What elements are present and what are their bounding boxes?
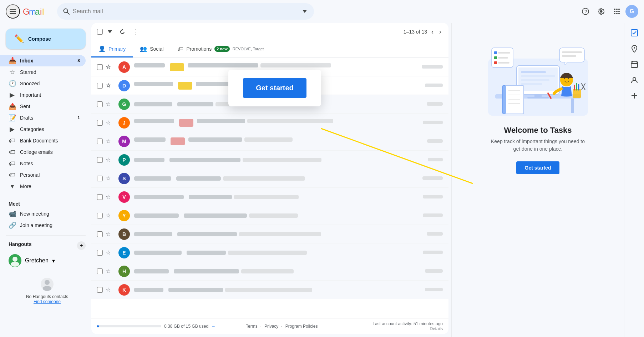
more-options-button[interactable]: ⋮ <box>131 26 141 38</box>
sidebar-item-new-meeting[interactable]: 📹 New meeting <box>0 208 86 220</box>
svg-point-23 <box>12 257 17 262</box>
star-icon[interactable]: ☆ <box>106 231 113 237</box>
refresh-button[interactable] <box>117 26 128 37</box>
svg-point-24 <box>11 262 19 267</box>
sidebar-item-inbox[interactable]: 📥 Inbox 8 <box>0 55 86 66</box>
svg-marker-10 <box>303 10 307 13</box>
hangouts-user[interactable]: Gretchen ▾ <box>9 253 86 268</box>
star-icon[interactable]: ☆ <box>106 249 113 256</box>
sidebar-item-notes[interactable]: 🏷 Notes <box>0 158 86 169</box>
search-bar[interactable] <box>57 3 314 20</box>
social-tab-label: Social <box>150 46 163 52</box>
storage-manage-link[interactable]: → <box>211 324 215 329</box>
email-date <box>414 269 443 274</box>
email-row[interactable]: ☆ B <box>91 225 448 243</box>
personal-icon: 🏷 <box>9 171 16 179</box>
right-panel: Welcome to Tasks Keep track of important… <box>451 23 644 337</box>
email-checkbox[interactable] <box>97 157 103 163</box>
tab-primary[interactable]: 👤 Primary <box>91 41 133 57</box>
compose-button[interactable]: ✏️ Compose <box>6 29 86 49</box>
email-checkbox[interactable] <box>97 176 103 181</box>
primary-tab-label: Primary <box>108 46 126 52</box>
email-checkbox[interactable] <box>97 268 103 274</box>
settings-button[interactable] <box>594 4 608 19</box>
sidebar-item-join-meeting[interactable]: 🔗 Join a meeting <box>0 220 86 231</box>
email-row[interactable]: ☆ H <box>91 262 448 281</box>
avatar[interactable]: G <box>625 5 638 18</box>
sidebar-item-starred[interactable]: ☆ Starred <box>0 66 86 78</box>
tab-social[interactable]: 👥 Social <box>133 41 171 57</box>
details-link[interactable]: Details <box>430 326 443 331</box>
terms-link[interactable]: Terms <box>246 324 258 329</box>
tab-promotions[interactable]: 🏷 Promotions 2 new REVOLVE, Target <box>171 41 271 57</box>
svg-point-31 <box>634 47 635 49</box>
sidebar-item-important[interactable]: ▶ Important <box>0 89 86 101</box>
star-icon[interactable]: ☆ <box>106 138 113 145</box>
sidebar-item-sent[interactable]: 📤 Sent <box>0 101 86 112</box>
email-checkbox[interactable] <box>97 64 103 70</box>
email-row[interactable]: ☆ P <box>91 151 448 169</box>
sidebar-item-college-emails[interactable]: 🏷 College emails <box>0 146 86 158</box>
email-row[interactable]: ☆ K <box>91 281 448 299</box>
menu-button[interactable] <box>6 4 20 19</box>
email-row[interactable]: ☆ S <box>91 169 448 188</box>
pagination-text: 1–13 of 13 <box>404 29 427 35</box>
select-dropdown-button[interactable] <box>106 28 114 35</box>
email-checkbox[interactable] <box>97 83 103 89</box>
hangouts-section: Hangouts + Gretchen ▾ <box>0 238 91 306</box>
email-checkbox[interactable] <box>97 120 103 126</box>
email-checkbox[interactable] <box>97 194 103 200</box>
calendar-side-icon[interactable] <box>627 57 642 71</box>
email-row[interactable]: ☆ M <box>91 132 448 151</box>
search-input[interactable] <box>73 8 298 15</box>
get-started-popup: Get started <box>228 70 321 106</box>
sidebar-item-categories[interactable]: ▶ Categories <box>0 124 86 135</box>
email-checkbox[interactable] <box>97 139 103 144</box>
privacy-link[interactable]: Privacy <box>264 324 278 329</box>
svg-rect-74 <box>494 61 497 64</box>
star-icon[interactable]: ☆ <box>106 286 113 293</box>
contacts-side-icon[interactable] <box>627 73 642 87</box>
footer-links: Terms · Privacy · Program Policies <box>246 324 318 329</box>
find-someone-link[interactable]: Find someone <box>9 299 86 304</box>
program-policies-link[interactable]: Program Policies <box>285 324 318 329</box>
sidebar-item-personal[interactable]: 🏷 Personal <box>0 169 86 181</box>
email-checkbox[interactable] <box>97 287 103 293</box>
search-options-icon[interactable] <box>301 8 308 15</box>
star-icon[interactable]: ☆ <box>106 156 113 163</box>
sidebar-item-drafts[interactable]: 📝 Drafts 1 <box>0 112 86 124</box>
pagination-next-button[interactable]: › <box>438 27 443 37</box>
tasks-get-started-button[interactable]: Get started <box>516 161 560 174</box>
star-icon[interactable]: ☆ <box>106 193 113 200</box>
tasks-side-icon[interactable] <box>627 26 642 40</box>
star-icon[interactable]: ☆ <box>106 175 113 182</box>
keep-side-icon[interactable] <box>627 41 642 56</box>
star-icon[interactable]: ☆ <box>106 212 113 219</box>
get-started-popup-button[interactable]: Get started <box>243 78 306 98</box>
hangouts-add-button[interactable]: + <box>77 241 86 250</box>
email-body <box>134 195 414 199</box>
email-checkbox[interactable] <box>97 213 103 218</box>
star-icon[interactable]: ☆ <box>106 64 113 70</box>
sidebar-item-more[interactable]: ▾ More <box>0 181 86 192</box>
sender-avatar: B <box>118 228 130 240</box>
support-button[interactable]: ? <box>578 4 593 19</box>
sidebar-item-snoozed[interactable]: 🕐 Snoozed <box>0 78 86 89</box>
star-icon[interactable]: ☆ <box>106 268 113 275</box>
email-checkbox[interactable] <box>97 101 103 107</box>
apps-button[interactable] <box>610 4 624 19</box>
email-row[interactable]: ☆ E <box>91 243 448 262</box>
star-icon[interactable]: ☆ <box>106 101 113 107</box>
add-side-icon[interactable] <box>627 89 642 103</box>
sidebar-item-bank-documents[interactable]: 🏷 Bank Documents <box>0 135 86 146</box>
email-checkbox[interactable] <box>97 231 103 237</box>
email-row[interactable]: ☆ Y <box>91 206 448 225</box>
meet-section: Meet 📹 New meeting 🔗 Join a meeting <box>0 198 91 232</box>
pagination-prev-button[interactable]: ‹ <box>430 27 435 37</box>
email-row[interactable]: ☆ V <box>91 188 448 206</box>
star-icon[interactable]: ☆ <box>106 119 113 126</box>
email-row[interactable]: ☆ J <box>91 114 448 132</box>
select-all-checkbox[interactable] <box>97 29 103 35</box>
star-icon[interactable]: ☆ <box>106 82 113 89</box>
email-checkbox[interactable] <box>97 250 103 256</box>
